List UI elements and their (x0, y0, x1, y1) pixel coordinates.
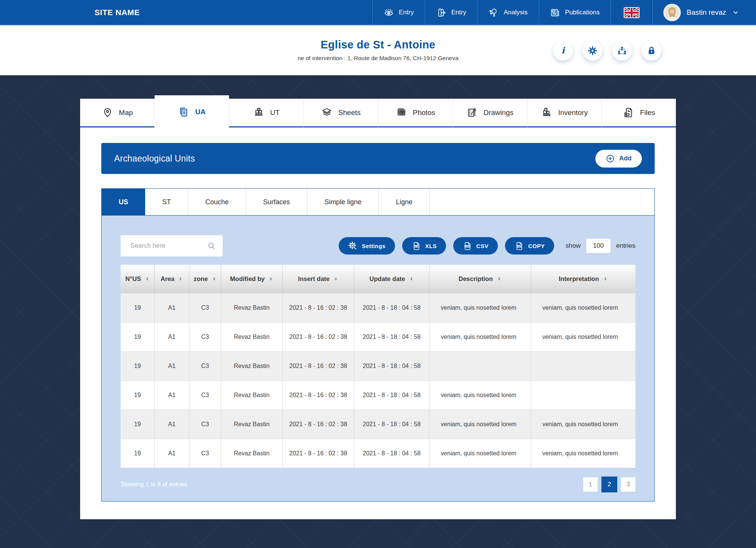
table-cell: Revaz Bastin (221, 351, 282, 380)
table-cell: C3 (189, 322, 221, 351)
table-footer: Showing 1 to 8 of entries 123 (121, 468, 635, 501)
column-label: Insert date (298, 275, 330, 283)
subtab-simple-ligne[interactable]: Simple ligne (307, 189, 379, 215)
nav-item-label: Entry (399, 9, 414, 16)
column-label: Description (459, 275, 493, 283)
sort-icon (333, 276, 338, 281)
sort-icon (497, 276, 502, 281)
tab-label: UT (270, 109, 280, 117)
tab-map[interactable]: Map (80, 99, 155, 127)
table-cell (531, 380, 635, 410)
door-entry-icon (436, 8, 446, 18)
tab-inventory[interactable]: Inventory (527, 99, 602, 127)
table-cell: veniam, quis nosetted lorem (429, 293, 531, 322)
table-cell: 19 (121, 380, 155, 410)
gear-button[interactable] (582, 41, 603, 61)
table-cell: Revaz Bastin (221, 439, 282, 468)
lock-button[interactable] (641, 41, 662, 61)
subtab-us[interactable]: US (102, 189, 145, 215)
table-row: 19A1C3Revaz Bastin2021 - 8 - 16 : 02 : 3… (121, 351, 635, 380)
tab-drawings[interactable]: Drawings (453, 99, 527, 127)
tab-label: Map (119, 109, 133, 117)
column-label: Interpretation (559, 275, 599, 283)
drawings-icon (466, 107, 478, 118)
sort-icon (212, 276, 217, 281)
chevron-down-icon (732, 9, 739, 16)
column-header-description[interactable]: Description (429, 265, 531, 293)
button-label: CSV (476, 243, 488, 249)
column-header-modified-by[interactable]: Modified by (221, 265, 282, 293)
column-header-zone[interactable]: zone (189, 265, 221, 293)
subtab-ligne[interactable]: Ligne (379, 189, 430, 215)
user-name: Bastin revaz (686, 8, 726, 17)
users-network-icon (617, 46, 627, 56)
lock-icon (646, 46, 657, 56)
table-cell: Revaz Bastin (221, 322, 282, 351)
column-header-n-us[interactable]: N°US (121, 265, 155, 293)
table-cell: 19 (121, 351, 155, 380)
column-header-insert-date[interactable]: Insert date (282, 265, 354, 293)
publications-icon (550, 8, 560, 18)
section-title: Archaeological Units (114, 154, 195, 164)
nav-item-entry[interactable]: Entry (425, 0, 477, 25)
settings-button[interactable]: Settings (339, 237, 395, 255)
column-header-area[interactable]: Area (155, 265, 189, 293)
page-button-1[interactable]: 1 (583, 477, 598, 492)
table-cell: 2021 - 8 - 18 : 04 : 58 (354, 380, 429, 410)
tab-photos[interactable]: Photos (378, 99, 453, 127)
nav-item-publications[interactable]: Publications (539, 0, 611, 25)
column-header-interpretation[interactable]: Interpretation (531, 265, 635, 293)
tab-ua[interactable]: UA (155, 95, 229, 129)
top-navbar: SITE NAME EntryEntryAnalysisPublications… (0, 0, 756, 26)
column-label: zone (194, 275, 208, 283)
tab-label: Drawings (483, 109, 513, 117)
table-cell: 2021 - 8 - 16 : 02 : 38 (282, 439, 354, 468)
table-cell: A1 (155, 380, 189, 410)
language-switcher[interactable] (610, 0, 652, 25)
nav-item-analysis[interactable]: Analysis (477, 0, 538, 25)
tab-label: Inventory (558, 109, 588, 117)
tab-label: Photos (413, 109, 435, 117)
main-background: MapUAUTSheetsPhotosDrawingsInventoryFile… (0, 75, 756, 548)
table-cell: veniam, quis nosetted lorem (429, 380, 531, 410)
page-subtitle: ne of intervention : 1, Route de Madison… (297, 55, 459, 62)
table-cell: A1 (155, 439, 189, 468)
subtab-couche[interactable]: Couche (188, 189, 246, 215)
top-nav: EntryEntryAnalysisPublications (372, 0, 610, 25)
table-cell: Revaz Bastin (221, 410, 282, 439)
tab-sheets[interactable]: Sheets (304, 99, 378, 127)
info-button[interactable]: i (553, 41, 573, 61)
subtab-st[interactable]: ST (145, 189, 188, 215)
xls-button[interactable]: XLSXXLS (402, 237, 446, 255)
entries-label: entries (616, 242, 635, 250)
uk-flag-icon (624, 7, 640, 18)
file-type-icon: XLSX (412, 241, 421, 251)
table-cell: C3 (189, 351, 221, 380)
button-label: Settings (362, 243, 385, 249)
tab-files[interactable]: Files (602, 99, 676, 127)
subtab-surfaces[interactable]: Surfaces (246, 189, 307, 215)
showing-text: Showing 1 to 8 of entries (121, 481, 187, 488)
page-button-3[interactable]: 3 (621, 477, 635, 492)
subtab-label: Simple ligne (324, 198, 361, 206)
table-cell: 19 (121, 322, 155, 351)
column-header-update-date[interactable]: Update date (354, 265, 429, 293)
section-banner: Archaeological Units Add (101, 143, 655, 174)
nav-item-label: Publications (565, 9, 600, 16)
entries-input[interactable] (586, 239, 610, 253)
user-menu[interactable]: Bastin revaz (652, 0, 756, 25)
table-cell: veniam, quis nosetted lorem (531, 439, 635, 468)
csv-button[interactable]: CSVCSV (453, 237, 498, 255)
table-cell: 2021 - 8 - 16 : 02 : 38 (282, 322, 354, 351)
subtabs: USSTCoucheSurfacesSimple ligneLigne (101, 188, 655, 216)
export-buttons: SettingsXLSXXLSCSVCSVCOPYCOPY (339, 237, 554, 255)
users-network-button[interactable] (612, 41, 632, 61)
tab-ut[interactable]: UT (229, 99, 304, 127)
analysis-icon (488, 8, 499, 18)
copy-button[interactable]: COPYCOPY (505, 237, 554, 255)
page-button-2[interactable]: 2 (601, 477, 617, 492)
file-type-icon: CSV (463, 241, 472, 251)
nav-item-entry[interactable]: Entry (372, 0, 425, 25)
add-button[interactable]: Add (595, 150, 642, 168)
subtab-label: ST (162, 198, 171, 206)
